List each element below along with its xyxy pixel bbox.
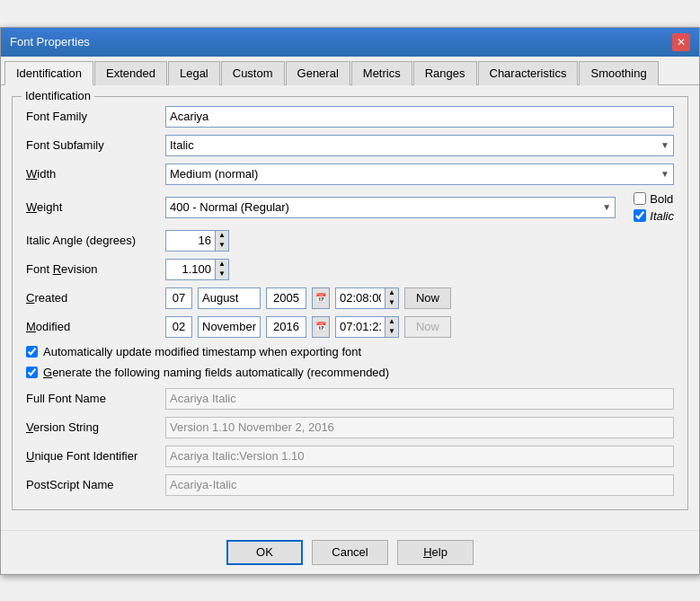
modified-month-input[interactable] <box>198 316 261 338</box>
modified-day-input[interactable] <box>165 316 192 338</box>
weight-row: Weight 400 - Normal (Regular) ▼ Bold <box>26 192 674 223</box>
unique-id-input <box>165 446 674 467</box>
dialog-buttons: OK Cancel Help <box>1 530 699 574</box>
created-time-down-button[interactable]: ▼ <box>385 298 398 308</box>
font-properties-dialog: Font Properties ✕ Identification Extende… <box>0 27 700 575</box>
modified-date-row: 📅 ▲ ▼ Now <box>165 316 451 338</box>
modified-now-button: Now <box>404 316 451 338</box>
created-label: Created <box>26 291 165 305</box>
font-revision-down-button[interactable]: ▼ <box>216 270 228 279</box>
cancel-button[interactable]: Cancel <box>312 540 388 565</box>
tab-metrics[interactable]: Metrics <box>351 61 412 85</box>
bold-checkbox[interactable] <box>634 192 646 205</box>
tab-general[interactable]: General <box>286 61 350 85</box>
font-family-label: Font Family <box>26 110 165 123</box>
italic-angle-input[interactable] <box>165 230 215 252</box>
font-subfamily-value: Italic <box>170 138 194 152</box>
unique-id-row: Unique Font Identifier <box>26 446 674 467</box>
tab-identification[interactable]: Identification <box>4 61 93 85</box>
help-button[interactable]: Help <box>397 540 474 565</box>
generate-label: Generate the following naming fields aut… <box>43 366 389 379</box>
width-dropdown[interactable]: Medium (normal) ▼ <box>165 164 674 185</box>
italic-angle-spinner-buttons: ▲ ▼ <box>215 230 229 252</box>
font-revision-up-button[interactable]: ▲ <box>216 260 228 270</box>
font-subfamily-row: Font Subfamily Italic ▼ <box>26 135 674 156</box>
created-day-input[interactable] <box>165 287 192 309</box>
created-row: Created 📅 ▲ ▼ Now <box>26 287 674 309</box>
bold-checkbox-row: Bold <box>634 192 674 206</box>
created-calendar-button[interactable]: 📅 <box>312 287 330 309</box>
italic-angle-spinner: ▲ ▼ <box>165 230 229 252</box>
tab-custom[interactable]: Custom <box>221 61 285 85</box>
created-time-input[interactable] <box>335 287 385 309</box>
unique-id-label: Unique Font Identifier <box>26 449 165 463</box>
weight-label: Weight <box>26 200 165 214</box>
created-date-row: 📅 ▲ ▼ Now <box>165 287 451 309</box>
italic-angle-down-button[interactable]: ▼ <box>216 241 228 251</box>
created-time-spinner-buttons: ▲ ▼ <box>385 287 399 309</box>
font-subfamily-label: Font Subfamily <box>26 138 165 152</box>
generate-row: Generate the following naming fields aut… <box>26 366 674 379</box>
width-row: Width Medium (normal) ▼ <box>26 164 674 185</box>
tab-characteristics[interactable]: Characteristics <box>478 61 579 85</box>
created-time-up-button[interactable]: ▲ <box>385 288 398 298</box>
modified-time-input[interactable] <box>335 316 385 338</box>
version-string-input <box>165 417 674 438</box>
italic-label: Italic <box>650 209 674 223</box>
chevron-down-icon: ▼ <box>602 202 611 212</box>
modified-time-spinner: ▲ ▼ <box>335 316 399 338</box>
created-month-input[interactable] <box>198 287 261 309</box>
font-revision-input[interactable] <box>165 259 215 280</box>
style-checkboxes: Bold Italic <box>634 192 674 223</box>
tab-smoothing[interactable]: Smoothing <box>579 61 658 85</box>
title-bar: Font Properties ✕ <box>1 28 699 57</box>
italic-angle-label: Italic Angle (degrees) <box>26 234 165 247</box>
modified-calendar-button[interactable]: 📅 <box>312 316 330 338</box>
modified-time-down-button[interactable]: ▼ <box>385 327 398 337</box>
generate-checkbox[interactable] <box>26 367 38 378</box>
italic-angle-row: Italic Angle (degrees) ▲ ▼ <box>26 230 674 252</box>
auto-update-row: Automatically update modified timestamp … <box>26 345 674 358</box>
chevron-down-icon: ▼ <box>660 140 669 150</box>
postscript-name-row: PostScript Name <box>26 474 674 496</box>
full-font-name-row: Full Font Name <box>26 388 674 410</box>
version-string-row: Version String <box>26 417 674 438</box>
font-revision-row: Font Revision ▲ ▼ <box>26 259 674 280</box>
identification-group: Identification Font Family Font Subfamil… <box>12 96 688 510</box>
font-revision-label: Font Revision <box>26 262 165 276</box>
font-family-row: Font Family <box>26 106 674 128</box>
created-now-button[interactable]: Now <box>404 287 451 309</box>
font-revision-spinner-buttons: ▲ ▼ <box>215 259 229 280</box>
postscript-name-input <box>165 474 674 496</box>
tab-bar: Identification Extended Legal Custom Gen… <box>1 57 699 85</box>
italic-checkbox-row: Italic <box>634 209 674 223</box>
chevron-down-icon: ▼ <box>660 169 669 179</box>
font-revision-spinner: ▲ ▼ <box>165 259 229 280</box>
font-family-input[interactable] <box>165 106 674 128</box>
version-string-label: Version String <box>26 420 165 434</box>
italic-angle-up-button[interactable]: ▲ <box>216 231 228 241</box>
group-title: Identification <box>22 89 94 102</box>
auto-update-checkbox[interactable] <box>26 346 38 358</box>
weight-dropdown[interactable]: 400 - Normal (Regular) ▼ <box>165 197 616 218</box>
modified-time-spinner-buttons: ▲ ▼ <box>385 316 399 338</box>
font-subfamily-dropdown[interactable]: Italic ▼ <box>165 135 674 156</box>
dialog-title: Font Properties <box>10 35 90 49</box>
tab-legal[interactable]: Legal <box>168 61 220 85</box>
created-time-spinner: ▲ ▼ <box>335 287 399 309</box>
italic-checkbox[interactable] <box>634 209 646 222</box>
postscript-name-label: PostScript Name <box>26 478 165 491</box>
full-font-name-input <box>165 388 674 410</box>
auto-update-label: Automatically update modified timestamp … <box>43 345 361 358</box>
width-value: Medium (normal) <box>170 167 258 181</box>
ok-button[interactable]: OK <box>226 540 303 565</box>
tab-ranges[interactable]: Ranges <box>413 61 477 85</box>
modified-time-up-button[interactable]: ▲ <box>385 317 398 327</box>
created-year-input[interactable] <box>266 287 306 309</box>
width-label: Width <box>26 167 165 181</box>
tab-extended[interactable]: Extended <box>94 61 167 85</box>
tab-content: Identification Font Family Font Subfamil… <box>1 85 699 530</box>
bold-label: Bold <box>650 192 673 206</box>
modified-year-input[interactable] <box>266 316 306 338</box>
close-button[interactable]: ✕ <box>672 33 690 51</box>
